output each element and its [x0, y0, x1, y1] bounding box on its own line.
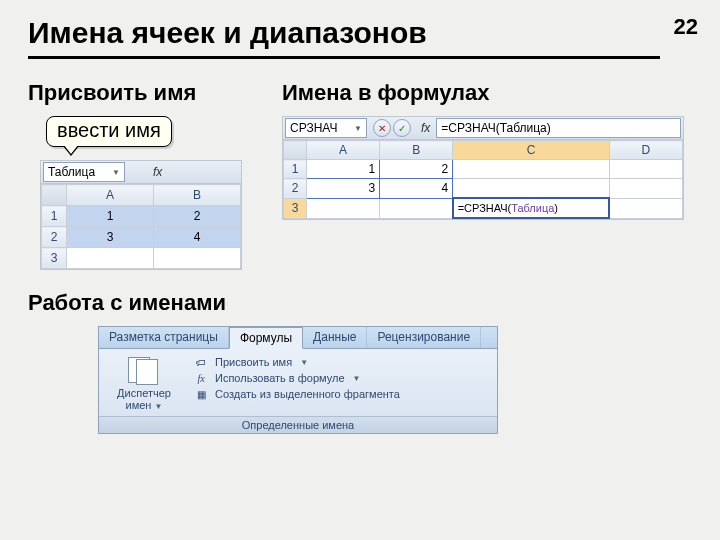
name-manager-icon — [126, 355, 162, 385]
define-name-button[interactable]: 🏷 Присвоить имя ▼ — [193, 355, 400, 369]
formula-prefix: =СРЗНАЧ( — [458, 202, 512, 214]
cell-a3[interactable] — [306, 198, 379, 218]
cell-a2[interactable]: 3 — [306, 179, 379, 199]
name-manager-label-1: Диспетчер — [109, 387, 179, 399]
cancel-button[interactable]: ✕ — [373, 119, 391, 137]
tab-page-layout[interactable]: Разметка страницы — [99, 327, 229, 348]
cell-a1[interactable]: 1 — [67, 206, 154, 227]
heading-working-with-names: Работа с именами — [28, 290, 226, 316]
col-header-a[interactable]: A — [306, 141, 379, 160]
cell-a2[interactable]: 3 — [67, 227, 154, 248]
ribbon-commands: 🏷 Присвоить имя ▼ fx Использовать в форм… — [193, 355, 400, 401]
create-from-selection-label: Создать из выделенного фрагмента — [215, 388, 400, 400]
tab-formulas[interactable]: Формулы — [229, 327, 303, 349]
col-header-c[interactable]: C — [453, 141, 610, 160]
name-box-value: Таблица — [48, 165, 95, 179]
formula-input[interactable]: =СРЗНАЧ(Таблица) — [436, 118, 681, 138]
fx-label[interactable]: fx — [415, 121, 436, 135]
dropdown-icon: ▼ — [300, 358, 308, 367]
ribbon-tabs: Разметка страницы Формулы Данные Рецензи… — [98, 326, 498, 348]
cell-c2[interactable] — [453, 179, 610, 199]
select-all-corner[interactable] — [284, 141, 307, 160]
fx-icon: fx — [193, 371, 209, 385]
row-header-1[interactable]: 1 — [284, 160, 307, 179]
ribbon-group-label: Определенные имена — [99, 416, 497, 433]
cell-b1[interactable]: 2 — [380, 160, 453, 179]
cell-a3[interactable] — [67, 248, 154, 269]
formula-name-reference: Таблица — [511, 202, 554, 214]
selection-icon: ▦ — [193, 387, 209, 401]
cell-d3[interactable] — [609, 198, 682, 218]
create-from-selection-button[interactable]: ▦ Создать из выделенного фрагмента — [193, 387, 400, 401]
row-header-3[interactable]: 3 — [42, 248, 67, 269]
name-box[interactable]: СРЗНАЧ ▼ — [285, 118, 367, 138]
grid: A B C D 1 1 2 2 3 4 3 =СРЗНАЧ(Таблица) — [283, 140, 683, 219]
row-header-2[interactable]: 2 — [284, 179, 307, 199]
grid: A B 1 1 2 2 3 4 3 — [41, 184, 241, 269]
use-in-formula-label: Использовать в формуле — [215, 372, 345, 384]
tag-icon: 🏷 — [193, 355, 209, 369]
col-header-b[interactable]: B — [154, 185, 241, 206]
name-manager-label-2: имен ▼ — [109, 399, 179, 412]
cell-d2[interactable] — [609, 179, 682, 199]
cell-c1[interactable] — [453, 160, 610, 179]
formula-input-text: =СРЗНАЧ(Таблица) — [441, 121, 550, 135]
dropdown-icon: ▼ — [354, 124, 362, 133]
row-header-1[interactable]: 1 — [42, 206, 67, 227]
enter-button[interactable]: ✓ — [393, 119, 411, 137]
dropdown-icon: ▼ — [353, 374, 361, 383]
callout-enter-name: ввести имя — [46, 116, 172, 147]
row-header-2[interactable]: 2 — [42, 227, 67, 248]
formula-bar: СРЗНАЧ ▼ ✕ ✓ fx =СРЗНАЧ(Таблица) — [283, 117, 683, 140]
tab-data[interactable]: Данные — [303, 327, 367, 348]
excel-formula-snippet: СРЗНАЧ ▼ ✕ ✓ fx =СРЗНАЧ(Таблица) A B C D… — [282, 116, 684, 220]
cell-b2[interactable]: 4 — [154, 227, 241, 248]
ribbon: Разметка страницы Формулы Данные Рецензи… — [98, 326, 498, 434]
heading-assign-name: Присвоить имя — [28, 80, 196, 106]
cell-d1[interactable] — [609, 160, 682, 179]
cell-b3[interactable] — [154, 248, 241, 269]
col-header-b[interactable]: B — [380, 141, 453, 160]
use-in-formula-button[interactable]: fx Использовать в формуле ▼ — [193, 371, 400, 385]
name-box[interactable]: Таблица ▼ — [43, 162, 125, 182]
heading-names-in-formulas: Имена в формулах — [282, 80, 490, 106]
ribbon-group-defined-names: Диспетчер имен ▼ 🏷 Присвоить имя ▼ fx Ис… — [98, 348, 498, 434]
cell-b2[interactable]: 4 — [380, 179, 453, 199]
dropdown-icon: ▼ — [112, 168, 120, 177]
dropdown-icon: ▼ — [155, 402, 163, 411]
page-number: 22 — [674, 14, 698, 40]
cell-b1[interactable]: 2 — [154, 206, 241, 227]
col-header-a[interactable]: A — [67, 185, 154, 206]
name-manager-button[interactable]: Диспетчер имен ▼ — [109, 355, 179, 412]
define-name-label: Присвоить имя — [215, 356, 292, 368]
cell-a1[interactable]: 1 — [306, 160, 379, 179]
col-header-d[interactable]: D — [609, 141, 682, 160]
select-all-corner[interactable] — [42, 185, 67, 206]
tab-review[interactable]: Рецензирование — [367, 327, 481, 348]
cell-c3[interactable]: =СРЗНАЧ(Таблица) — [453, 198, 610, 218]
formula-suffix: ) — [554, 202, 558, 214]
page-title: Имена ячеек и диапазонов — [28, 16, 660, 59]
name-box-value: СРЗНАЧ — [290, 121, 337, 135]
row-header-3[interactable]: 3 — [284, 198, 307, 218]
cell-b3[interactable] — [380, 198, 453, 218]
formula-bar-buttons: ✕ ✓ — [369, 119, 415, 137]
excel-namebox-snippet: Таблица ▼ fx A B 1 1 2 2 3 4 3 — [40, 160, 242, 270]
fx-label: fx — [127, 165, 172, 179]
callout-text: ввести имя — [57, 119, 161, 141]
formula-bar: Таблица ▼ fx — [41, 161, 241, 184]
